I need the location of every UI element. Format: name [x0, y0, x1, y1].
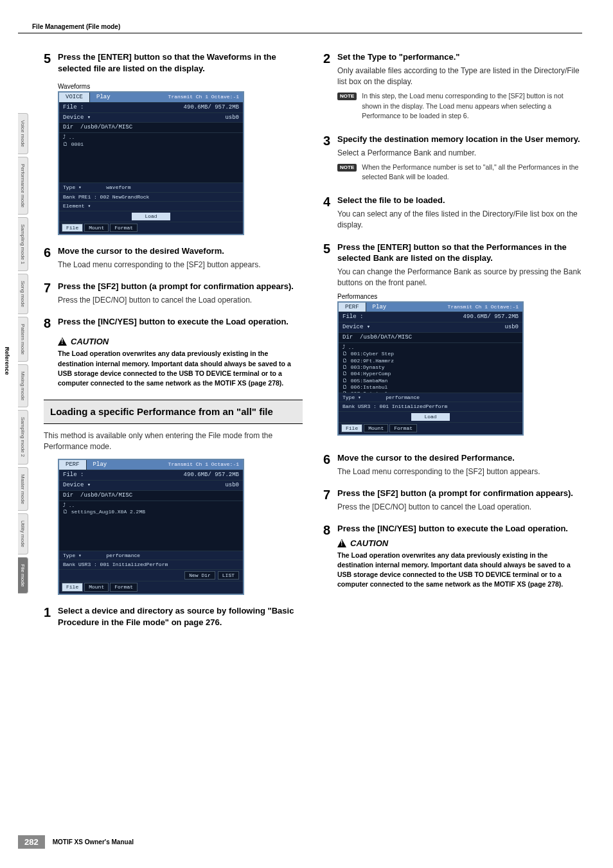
header-rule: [18, 33, 582, 33]
step-title: Press the [SF2] button (a prompt for con…: [337, 488, 582, 499]
lcd-type: Type ▾: [342, 394, 361, 400]
lcd-load: Load: [411, 413, 449, 421]
tab-file-mode[interactable]: File mode: [18, 557, 28, 594]
footer-text: MOTIF XS Owner's Manual: [53, 838, 134, 846]
left-column: 5 Press the [ENTER] button so that the W…: [44, 51, 303, 637]
note-badge: NOTE: [337, 164, 357, 172]
step-title: Move the cursor to the desired Waveform.: [58, 245, 303, 257]
lcd-device: Device ▾: [342, 324, 504, 331]
lcd-dir-label: Dir: [342, 334, 353, 341]
tab-performance-mode[interactable]: Performance mode: [18, 157, 28, 215]
lcd-play: Play: [90, 93, 164, 102]
step-3: 3 Specify the destination memory locatio…: [323, 134, 582, 188]
lcd-load: Load: [132, 213, 170, 220]
step-number: 8: [44, 316, 58, 330]
lcd-mem: 490.6MB/ 957.2MB: [184, 472, 239, 479]
step-6: 6 Move the cursor to the desired Wavefor…: [44, 245, 303, 274]
step-title: Press the [INC/YES] button to execute th…: [58, 316, 303, 328]
step-title: Press the [ENTER] button so that the Per…: [337, 242, 582, 264]
lcd-bank: Bank USR3 : 001 InitializedPerform: [63, 562, 168, 567]
step-title: Select the file to be loaded.: [337, 195, 582, 206]
lcd-filelist: ⤴ .. 🗋 settings_Aug10.X0A 2.2MB: [59, 501, 243, 551]
step-4: 4 Select the file to be loaded. You can …: [323, 195, 582, 235]
lcd-mode-tab: PERF: [59, 460, 87, 470]
list-item: ⤴ ..: [342, 344, 519, 351]
step-text: Select a Performance Bank and number.: [337, 148, 582, 159]
lcd-dir-path: /usb0/DATA/MISC: [80, 124, 132, 131]
side-tabs: Voice mode Performance mode Sampling mod…: [18, 113, 32, 596]
performances-label: Performances: [337, 293, 582, 300]
note-text: In this step, the Load menu correspondin…: [362, 91, 582, 121]
list-item: ⤴ ..: [63, 134, 239, 141]
caution-label: CAUTION: [350, 538, 388, 548]
step-text: Only available files according to the Ty…: [337, 66, 582, 88]
lcd-mode-tab: PERF: [339, 303, 366, 312]
step-title: Set the Type to "performance.": [337, 51, 582, 63]
lcd-btn-newdir: New Dir: [184, 571, 215, 580]
step-text: You can select any of the files listed i…: [337, 209, 582, 231]
lcd-mem: 490.6MB/ 957.2MB: [184, 104, 239, 111]
lcd-device: Device ▾: [63, 114, 225, 121]
section-heading: Loading a specific Performance from an "…: [44, 400, 303, 424]
lcd-top-right: Transmit Ch 1 Octave:-1: [164, 93, 243, 102]
lcd-screenshot-1: VOICEPlayTransmit Ch 1 Octave:-1 File :4…: [58, 91, 303, 235]
step-text: Press the [DEC/NO] button to cancel the …: [58, 295, 303, 306]
list-item: 🗋 002:9Ft.Hammrz: [342, 358, 519, 364]
step-number: 6: [323, 452, 337, 481]
step-number: 3: [323, 134, 337, 188]
step-1: 1 Select a device and directory as sourc…: [44, 605, 303, 630]
lcd-dir-label: Dir: [63, 492, 73, 499]
note: NOTE When the Performance number is set …: [337, 163, 582, 182]
tab-mixing-mode[interactable]: Mixing mode: [18, 364, 28, 407]
caution-text: The Load operation overwrites any data p…: [337, 551, 582, 590]
step-number: 4: [323, 195, 337, 235]
lcd-usb: usb0: [225, 114, 239, 121]
lcd-device: Device ▾: [63, 482, 225, 489]
tab-voice-mode[interactable]: Voice mode: [18, 113, 28, 154]
lcd-btn-mount: Mount: [84, 583, 109, 592]
list-item: 🗋 0001: [63, 141, 239, 148]
list-item: 🗋 005:SambaMan: [342, 378, 519, 384]
list-item: ⤴ ..: [63, 502, 239, 509]
tab-song-mode[interactable]: Song mode: [18, 274, 28, 314]
lcd-screenshot-2: PERFPlayTransmit Ch 1 Octave:-1 File :49…: [58, 459, 303, 595]
lcd-top-right: Transmit Ch 1 Octave:-1: [164, 460, 243, 470]
right-column: 2 Set the Type to "performance." Only av…: [323, 51, 582, 637]
caution-heading: CAUTION: [337, 538, 582, 548]
tab-sampling-mode-2[interactable]: Sampling mode 2: [18, 410, 28, 464]
lcd-screenshot-3: PERFPlayTransmit Ch 1 Octave:-1 File :49…: [337, 301, 582, 436]
tab-sampling-mode-1[interactable]: Sampling mode 1: [18, 217, 28, 271]
lcd-btn-file: File: [62, 583, 83, 592]
tab-utility-mode[interactable]: Utility mode: [18, 513, 28, 554]
step-7: 7 Press the [SF2] button (a prompt for c…: [323, 488, 582, 517]
lcd-mem: 490.6MB/ 957.2MB: [463, 314, 519, 321]
lcd-bank: Bank USR3 : 001 InitializedPerform: [342, 403, 447, 409]
step-number: 7: [323, 488, 337, 517]
caution-label: CAUTION: [71, 337, 109, 346]
waveforms-label: Waveforms: [58, 83, 303, 90]
lcd-file-label: File :: [63, 104, 184, 111]
tab-master-mode[interactable]: Master mode: [18, 467, 28, 511]
lcd-element: Element ▾: [63, 203, 91, 209]
caution-icon: [337, 539, 346, 547]
tab-pattern-mode[interactable]: Pattern mode: [18, 317, 28, 362]
step-number: 5: [44, 51, 58, 76]
reference-label: Reference: [4, 347, 10, 375]
lcd-type-val: performance: [106, 553, 140, 558]
step-7: 7 Press the [SF2] button (a prompt for c…: [44, 281, 303, 310]
lcd-btn-mount: Mount: [84, 224, 109, 233]
caution-icon: [58, 337, 67, 346]
lcd-play: Play: [366, 303, 444, 312]
lcd-file-label: File :: [342, 314, 463, 321]
list-item: 🗋 003:Dynasty: [342, 364, 519, 371]
step-text: The Load menu corresponding to the [SF2]…: [58, 260, 303, 270]
step-5: 5 Press the [ENTER] button so that the P…: [323, 242, 582, 447]
lcd-play: Play: [87, 460, 164, 470]
step-number: 2: [323, 51, 337, 127]
lcd-btn-file: File: [341, 424, 362, 433]
lcd-dir-path: /usb0/DATA/MISC: [360, 334, 412, 341]
page-footer: 282 MOTIF XS Owner's Manual: [18, 835, 134, 849]
lcd-btn-mount: Mount: [364, 424, 388, 433]
lcd-btn-list: LIST: [218, 571, 239, 580]
lcd-type: Type ▾: [63, 184, 82, 190]
